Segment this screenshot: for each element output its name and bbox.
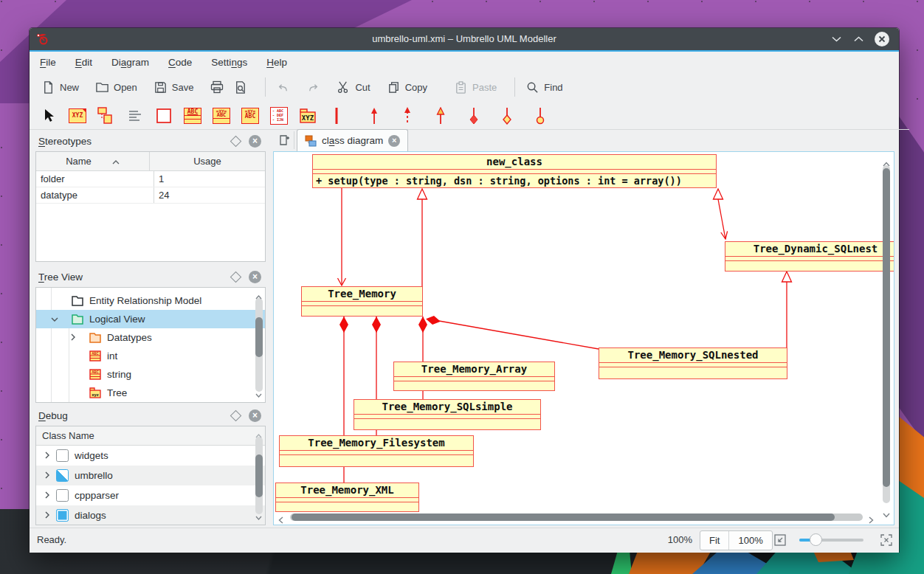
save-button[interactable]: Save xyxy=(154,80,194,94)
column-header-name[interactable]: Name xyxy=(36,152,150,170)
menu-diagram[interactable]: Diagram xyxy=(111,57,149,68)
uml-class-tree-memory-xml[interactable]: Tree_Memory_XML xyxy=(275,483,419,512)
menu-settings[interactable]: Settings xyxy=(211,57,247,68)
note-tool[interactable] xyxy=(126,107,144,125)
collapsed-chevron-icon[interactable] xyxy=(45,450,50,461)
scroll-down-icon[interactable] xyxy=(255,387,262,401)
scroll-right-icon[interactable] xyxy=(869,514,874,525)
diagram-canvas[interactable]: new_class + setup(type : string, dsn : s… xyxy=(273,151,894,525)
object-tool[interactable]: XYZ xyxy=(69,107,86,125)
zoom-100-button[interactable]: 100% xyxy=(729,531,771,550)
tree-item-int[interactable]: ABC int xyxy=(36,347,265,365)
datatype-tool[interactable]: =XY=ABC xyxy=(241,107,259,125)
fit-button[interactable]: Fit xyxy=(700,531,729,550)
new-tab-button[interactable] xyxy=(275,131,294,149)
enum-tool[interactable]: - ABC- DEF- IJN xyxy=(270,107,288,125)
debug-item-widgets[interactable]: widgets xyxy=(36,446,265,466)
close-dock-icon[interactable]: × xyxy=(249,271,261,283)
checkbox-partial[interactable] xyxy=(56,469,69,482)
menu-help[interactable]: Help xyxy=(266,57,287,68)
collapsed-chevron-icon[interactable] xyxy=(45,510,50,521)
scroll-left-icon[interactable] xyxy=(278,514,283,525)
redo-button[interactable] xyxy=(306,80,320,94)
shrink-view-icon[interactable] xyxy=(773,533,787,550)
line-tool[interactable] xyxy=(328,107,345,125)
checkbox-unchecked[interactable] xyxy=(56,489,69,502)
scrollbar-thumb[interactable] xyxy=(255,317,263,357)
collapsed-chevron-icon[interactable] xyxy=(45,470,50,481)
directed-association-tool[interactable] xyxy=(365,107,383,125)
tree-item-datatypes[interactable]: Datatypes xyxy=(36,328,265,347)
float-dock-icon[interactable] xyxy=(230,135,242,147)
association-tool[interactable] xyxy=(97,107,115,125)
scroll-down-icon[interactable] xyxy=(255,510,262,523)
checkbox-checked[interactable] xyxy=(56,509,69,522)
uml-class-tree-dynamic-sqlnested[interactable]: Tree_Dynamic_SQLnest xyxy=(725,241,894,272)
uml-class-tree-memory-sqlsimple[interactable]: Tree_Memory_SQLsimple xyxy=(354,399,541,430)
debug-item-dialogs[interactable]: dialogs xyxy=(36,505,265,525)
scroll-up-icon[interactable] xyxy=(255,428,262,441)
scrollbar-thumb[interactable] xyxy=(883,168,890,487)
uml-class-tree-memory-filesystem[interactable]: Tree_Memory_Filesystem xyxy=(279,435,474,467)
expanded-chevron-icon[interactable] xyxy=(36,314,58,325)
new-button[interactable]: New xyxy=(41,80,79,94)
maximize-button[interactable] xyxy=(850,31,866,47)
fullscreen-icon[interactable] xyxy=(880,533,893,550)
uml-class-new_class[interactable]: new_class + setup(type : string, dsn : s… xyxy=(312,154,717,188)
zoom-slider[interactable] xyxy=(799,539,863,542)
tree-item-tree[interactable]: xyz Tree xyxy=(36,384,265,402)
uml-class-tree-memory-array[interactable]: Tree_Memory_Array xyxy=(393,362,555,391)
composition-tool[interactable] xyxy=(465,107,483,125)
dependency-tool[interactable] xyxy=(399,107,416,125)
tab-class-diagram[interactable]: class diagram × xyxy=(297,129,408,151)
print-button[interactable] xyxy=(210,80,224,94)
canvas-vscrollbar[interactable] xyxy=(881,155,892,522)
uml-class-tree-memory-sqlnested[interactable]: Tree_Memory_SQLnested xyxy=(599,347,787,379)
copy-button[interactable]: Copy xyxy=(387,80,427,94)
scroll-up-icon[interactable] xyxy=(255,289,262,302)
print-preview-button[interactable] xyxy=(233,80,247,94)
box-tool[interactable] xyxy=(155,107,173,125)
titlebar[interactable]: umbrello-uml.xmi – Umbrello UML Modeller xyxy=(30,28,899,50)
canvas-hscrollbar[interactable] xyxy=(277,512,879,522)
undo-button[interactable] xyxy=(276,80,290,94)
tree-item-string[interactable]: ABC string xyxy=(36,365,265,384)
interface-tool[interactable]: =XY=ABC xyxy=(213,107,230,125)
cut-button[interactable]: Cut xyxy=(337,80,370,94)
column-header-class-name[interactable]: Class Name xyxy=(36,426,265,446)
menu-file[interactable]: File xyxy=(40,57,56,68)
table-row[interactable]: datatype 24 xyxy=(36,187,265,204)
find-button[interactable]: Find xyxy=(525,80,562,94)
tree-item-entity-relationship-model[interactable]: Entity Relationship Model xyxy=(36,291,265,310)
class-tool[interactable]: ABC xyxy=(184,107,201,125)
column-header-usage[interactable]: Usage xyxy=(150,152,265,170)
paste-button[interactable]: Paste xyxy=(454,80,497,94)
generalization-tool[interactable] xyxy=(432,107,449,125)
package-tool[interactable]: XYZ xyxy=(299,107,317,125)
float-dock-icon[interactable] xyxy=(230,271,242,283)
collapsed-chevron-icon[interactable] xyxy=(36,332,76,343)
containment-tool[interactable] xyxy=(531,107,549,125)
minimize-button[interactable] xyxy=(828,31,844,47)
scrollbar-thumb[interactable] xyxy=(255,454,263,497)
close-tab-icon[interactable]: × xyxy=(388,135,400,147)
debug-item-umbrello[interactable]: umbrello xyxy=(36,466,265,485)
collapsed-chevron-icon[interactable] xyxy=(45,490,50,501)
table-row[interactable]: folder 1 xyxy=(36,171,265,187)
close-dock-icon[interactable]: × xyxy=(249,409,261,422)
scroll-down-icon[interactable] xyxy=(883,508,890,521)
close-dock-icon[interactable]: × xyxy=(249,135,261,148)
zoom-slider-handle[interactable] xyxy=(810,533,822,546)
scrollbar-thumb[interactable] xyxy=(292,514,835,521)
close-button[interactable] xyxy=(874,31,890,47)
menu-code[interactable]: Code xyxy=(168,57,192,68)
uml-class-tree-memory[interactable]: Tree_Memory xyxy=(301,286,423,317)
float-dock-icon[interactable] xyxy=(230,409,242,421)
open-button[interactable]: Open xyxy=(95,80,137,94)
checkbox-unchecked[interactable] xyxy=(56,449,69,462)
menu-edit[interactable]: Edit xyxy=(75,57,92,68)
aggregation-tool[interactable] xyxy=(498,107,516,125)
tree-item-logical-view[interactable]: Logical View xyxy=(36,310,265,328)
select-tool[interactable] xyxy=(40,107,58,125)
debug-item-cppparser[interactable]: cppparser xyxy=(36,485,265,505)
